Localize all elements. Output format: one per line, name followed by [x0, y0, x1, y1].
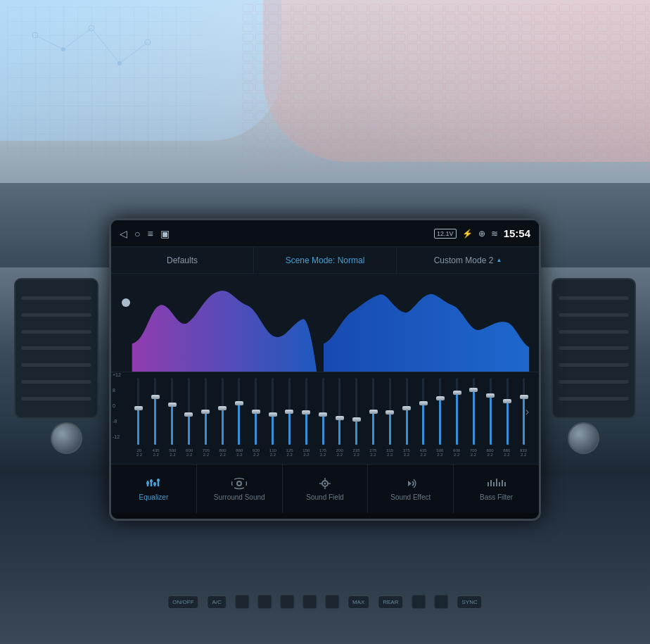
slider-col-6[interactable]	[231, 378, 247, 445]
ctrl-rear[interactable]: REAR	[378, 595, 403, 609]
wifi-icon: ≋	[491, 229, 498, 239]
ctrl-icon-2[interactable]	[257, 595, 272, 609]
svg-rect-15	[150, 480, 153, 482]
sliders-grid: ›	[131, 378, 532, 445]
infotainment-screen: ◁ ○ ≡ ▣ 12.1V ⚡ ⊕ ≋ 15:54 Defaults Scene…	[109, 218, 541, 521]
eq-waveform-svg	[111, 274, 539, 372]
right-knob[interactable]	[568, 422, 599, 454]
ctrl-icon-7[interactable]	[434, 595, 448, 609]
slider-col-12[interactable]	[332, 378, 348, 445]
tab-sound-field-label: Sound Field	[306, 493, 343, 501]
custom-mode-arrow: ▲	[496, 257, 502, 263]
slider-col-15[interactable]	[382, 378, 397, 445]
slider-col-23[interactable]	[516, 378, 532, 445]
slider-col-3[interactable]	[181, 378, 196, 445]
slider-col-5[interactable]	[215, 378, 230, 445]
ctrl-on-off[interactable]: ON/OFF	[167, 595, 198, 609]
db-8: 8	[113, 388, 121, 393]
home-icon[interactable]: ○	[134, 228, 140, 239]
freq-q-0: 2.2	[136, 453, 142, 457]
tab-surround-sound[interactable]: Surround Sound	[197, 465, 283, 513]
svg-point-20	[237, 481, 241, 486]
eq-sliders-area: +12 8 0 -8 -12	[111, 372, 539, 464]
nav-custom-mode[interactable]: Custom Mode 2 ▲	[397, 247, 539, 273]
nav-scene-mode[interactable]: Scene Mode: Normal	[254, 247, 397, 273]
slider-col-10[interactable]	[298, 378, 314, 445]
ctrl-icon-5[interactable]	[325, 595, 339, 609]
vent-right-area	[552, 278, 636, 419]
sliders-next-icon[interactable]: ›	[525, 405, 529, 418]
status-bar: ◁ ○ ≡ ▣ 12.1V ⚡ ⊕ ≋ 15:54	[111, 220, 539, 247]
eq-visualizer	[111, 274, 539, 372]
slider-col-0[interactable]	[131, 378, 146, 445]
svg-rect-17	[153, 483, 156, 485]
menu-icon[interactable]: ≡	[147, 228, 153, 239]
tab-equalizer[interactable]: Equalizer	[111, 465, 197, 513]
tab-sound-field[interactable]: Sound Field	[283, 465, 369, 513]
db-scale: +12 8 0 -8 -12	[113, 372, 121, 439]
ctrl-sync[interactable]: SYNC	[457, 595, 482, 609]
slider-col-13[interactable]	[349, 378, 364, 445]
surround-sound-icon	[231, 476, 248, 491]
sound-field-icon	[317, 476, 333, 491]
slider-col-20[interactable]	[466, 378, 482, 445]
db-plus12: +12	[113, 372, 121, 377]
equalizer-icon	[145, 476, 162, 491]
freq-col-0: 20 2.2	[131, 448, 148, 457]
sound-effect-icon	[402, 476, 419, 491]
bluetooth-icon: ⚡	[462, 229, 473, 239]
tab-sound-effect-label: Sound Effect	[390, 493, 431, 501]
svg-rect-11	[242, 4, 650, 172]
battery-indicator: 12.1V	[434, 229, 457, 239]
tab-bar: Equalizer Surround Sound Soun	[111, 464, 539, 513]
svg-rect-0	[7, 7, 204, 162]
tab-surround-sound-label: Surround Sound	[214, 493, 265, 501]
slider-col-2[interactable]	[165, 378, 180, 445]
slider-col-8[interactable]	[265, 378, 281, 445]
slider-col-7[interactable]	[248, 378, 264, 445]
tab-sound-effect[interactable]: Sound Effect	[368, 465, 454, 513]
clock: 15:54	[504, 227, 530, 239]
tab-equalizer-label: Equalizer	[139, 493, 169, 501]
tab-bass-filter-label: Bass Filter	[480, 493, 513, 501]
svg-rect-13	[146, 482, 149, 484]
slider-col-17[interactable]	[416, 378, 431, 445]
slider-col-22[interactable]	[499, 378, 515, 445]
ctrl-max[interactable]: MAX	[348, 595, 369, 609]
slider-col-1[interactable]	[148, 378, 163, 445]
ctrl-ac[interactable]: A/C	[208, 595, 227, 609]
db-neg8: -8	[113, 419, 121, 424]
vent-left-area	[14, 278, 98, 419]
slider-col-4[interactable]	[198, 378, 213, 445]
svg-rect-19	[157, 479, 160, 481]
status-nav-icons: ◁ ○ ≡ ▣	[120, 228, 170, 239]
svg-point-22	[324, 483, 326, 485]
frequency-labels: 20 2.2 435 2.2 500 2.2 600 2.2 700 2.2 8…	[131, 446, 532, 457]
top-nav-bar: Defaults Scene Mode: Normal Custom Mode …	[111, 247, 539, 274]
slider-col-16[interactable]	[399, 378, 414, 445]
ctrl-icon-3[interactable]	[280, 595, 294, 609]
tab-bass-filter[interactable]: Bass Filter	[454, 465, 539, 513]
bass-filter-icon	[487, 476, 506, 491]
db-0: 0	[113, 403, 121, 408]
ctrl-icon-1[interactable]	[235, 595, 249, 609]
back-icon[interactable]: ◁	[120, 228, 127, 239]
slider-col-21[interactable]	[483, 378, 498, 445]
slider-col-9[interactable]	[281, 378, 297, 445]
ctrl-icon-6[interactable]	[412, 595, 426, 609]
slider-col-14[interactable]	[366, 378, 381, 445]
bottom-controls-row: ON/OFF A/C MAX REAR SYNC	[167, 595, 482, 609]
status-system-icons: 12.1V ⚡ ⊕ ≋ 15:54	[434, 227, 530, 239]
db-neg12: -12	[113, 434, 121, 439]
left-knob[interactable]	[51, 422, 82, 454]
dash-background-top	[0, 0, 650, 197]
slider-col-19[interactable]	[450, 378, 465, 445]
nav-defaults[interactable]: Defaults	[111, 247, 254, 273]
record-icon[interactable]: ▣	[160, 228, 170, 239]
ctrl-icon-4[interactable]	[302, 595, 317, 609]
slider-col-18[interactable]	[433, 378, 448, 445]
slider-col-11[interactable]	[315, 378, 331, 445]
location-icon: ⊕	[478, 229, 485, 239]
